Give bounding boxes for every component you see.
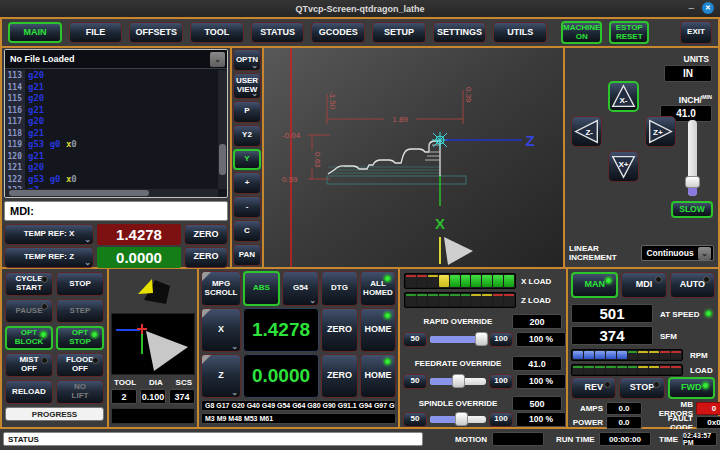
backplot-view[interactable]: 1.89 -1.50 0.39 -0.04 0.59 0.63 (264, 48, 563, 267)
pause-button[interactable]: PAUSE (5, 299, 53, 323)
step-button[interactable]: STEP (56, 299, 104, 323)
opt-block-button[interactable]: OPT BLOCK (5, 326, 53, 350)
flood-button[interactable]: FLOOD OFF (56, 353, 104, 377)
rapid-max-button[interactable]: 100 (489, 332, 513, 347)
temp-ref-x-button[interactable]: TEMP REF: X⌄ (4, 224, 94, 245)
feedrate-override-slider[interactable] (430, 378, 486, 385)
loaded-file-combo[interactable]: No File Loaded ⌄ (5, 50, 227, 69)
home-z-button[interactable]: HOME (360, 354, 396, 398)
slow-button[interactable]: SLOW (671, 201, 713, 218)
view-y2-button[interactable]: Y2 (233, 125, 261, 147)
all-homed-button[interactable]: ALL HOMED (360, 271, 396, 306)
temp-ref-z-button[interactable]: TEMP REF: Z⌄ (4, 247, 94, 268)
tab-tool[interactable]: TOOL (190, 22, 244, 43)
machine-on-button[interactable]: MACHINE ON (561, 21, 602, 44)
line-number: 119 (5, 139, 25, 151)
cycle-start-button[interactable]: CYCLE START (5, 272, 53, 296)
mpg-scroll-button[interactable]: MPG SCROLL (201, 271, 241, 306)
spindle-fwd-button[interactable]: FWD (668, 377, 715, 399)
spindle-stop-button[interactable]: STOP (619, 377, 664, 399)
spindle-rev-button[interactable]: REV (571, 377, 616, 399)
spindle-override-slider[interactable] (430, 416, 486, 423)
tab-offsets[interactable]: OFFSETS (129, 22, 183, 43)
no-lift-button[interactable]: NO LIFT (56, 380, 104, 404)
bar-segment (493, 294, 503, 306)
axis-z-button[interactable]: Z⌄ (201, 354, 241, 398)
zero-x-button[interactable]: ZERO (184, 224, 228, 245)
mdi-input[interactable]: MDI: (4, 201, 228, 221)
slider-handle[interactable] (685, 176, 700, 188)
bar-segment (406, 275, 416, 287)
rapid-override-slider[interactable] (430, 336, 486, 343)
slider-handle[interactable] (452, 374, 465, 388)
view-p-button[interactable]: P (233, 101, 261, 123)
tab-gcodes[interactable]: GCODES (311, 22, 365, 43)
gcode-line[interactable]: 119g53 g0 x0 (5, 139, 218, 151)
zoom-out-button[interactable]: - (233, 196, 261, 218)
spindle-max-button[interactable]: 100 (489, 412, 513, 427)
close-icon[interactable]: ✕ (702, 2, 714, 14)
linear-increment-select[interactable]: Continuous ⌄ (641, 245, 714, 261)
svg-text:0.39: 0.39 (464, 87, 473, 103)
tab-utils[interactable]: UTILS (493, 22, 547, 43)
stop-button[interactable]: STOP (56, 272, 104, 296)
spindle-min-button[interactable]: 50 (403, 412, 427, 427)
minimize-icon[interactable]: – (688, 2, 694, 14)
axis-x-button[interactable]: X⌄ (201, 308, 241, 352)
feedrate-max-button[interactable]: 100 (489, 374, 513, 389)
tab-file[interactable]: FILE (69, 22, 123, 43)
gcode-line[interactable]: 113g20 (5, 70, 218, 82)
gcode-line[interactable]: 114g21 (5, 82, 218, 94)
view-clear-button[interactable]: C (233, 220, 261, 242)
linear-increment-label: LINEAR INCREMENT (569, 244, 637, 262)
horizontal-scrollbar[interactable] (5, 189, 218, 197)
slider-handle[interactable] (455, 412, 468, 426)
led-indicator (41, 303, 48, 310)
amps-value: 0.0 (606, 402, 642, 415)
tool-orientation-icon (111, 271, 195, 311)
abs-button[interactable]: ABS (243, 271, 280, 306)
gcode-line[interactable]: 115g20 (5, 93, 218, 105)
mode-auto-button[interactable]: AUTO (670, 272, 715, 298)
zoom-in-button[interactable]: + (233, 172, 261, 194)
reload-button[interactable]: RELOAD (5, 380, 53, 404)
estop-reset-button[interactable]: ESTOP RESET (609, 21, 649, 44)
tab-main[interactable]: MAIN (8, 22, 62, 43)
gcode-line[interactable]: 118g21 (5, 128, 218, 140)
zero-z-button[interactable]: ZERO (184, 247, 228, 268)
view-optn-button[interactable]: OPTN⌄ (233, 49, 261, 71)
jog-z-plus-button[interactable]: Z+ (645, 116, 676, 147)
tab-setup[interactable]: SETUP (372, 22, 426, 43)
slider-handle[interactable] (475, 332, 488, 346)
view-pan-button[interactable]: PAN (233, 244, 261, 266)
home-x-button[interactable]: HOME (360, 308, 396, 352)
tab-settings[interactable]: SETTINGS (433, 22, 487, 43)
zero-x-dro-button[interactable]: ZERO (321, 308, 358, 352)
view-y-button[interactable]: Y (233, 149, 261, 171)
rapid-min-button[interactable]: 50 (403, 332, 427, 347)
jog-x-plus-button[interactable]: X+ (608, 151, 639, 182)
jog-z-minus-button[interactable]: Z- (571, 116, 602, 147)
gcode-line[interactable]: 121g20 (5, 162, 218, 174)
jog-rate-slider[interactable] (688, 120, 697, 196)
gcode-line[interactable]: 116g21 (5, 105, 218, 117)
tab-status[interactable]: STATUS (251, 22, 305, 43)
dtg-button[interactable]: DTG (321, 271, 358, 306)
feedrate-min-button[interactable]: 50 (403, 374, 427, 389)
view-user-view-button[interactable]: USER VIEW⌄ (233, 73, 261, 99)
gcode-line[interactable]: 122g53 g0 x0 (5, 174, 218, 186)
zero-z-dro-button[interactable]: ZERO (321, 354, 358, 398)
gcode-line[interactable]: 117g20 (5, 116, 218, 128)
vertical-scrollbar[interactable] (218, 70, 227, 189)
gcode-line[interactable]: 120g21 (5, 151, 218, 163)
g54-button[interactable]: G54⌄ (282, 271, 319, 306)
mode-mdi-button[interactable]: MDI (621, 272, 666, 298)
exit-button[interactable]: EXIT (680, 21, 712, 44)
gcode-listing[interactable]: 113g20114g21115g20116g21117g20118g21119g… (5, 70, 218, 189)
jog-x-minus-button[interactable]: X- (608, 81, 639, 112)
line-number: 113 (5, 70, 25, 82)
chevron-down-icon[interactable]: ⌄ (210, 52, 225, 67)
opt-stop-button[interactable]: OPT STOP (56, 326, 104, 350)
mist-button[interactable]: MIST OFF (5, 353, 53, 377)
mode-man-button[interactable]: MAN (571, 272, 618, 298)
